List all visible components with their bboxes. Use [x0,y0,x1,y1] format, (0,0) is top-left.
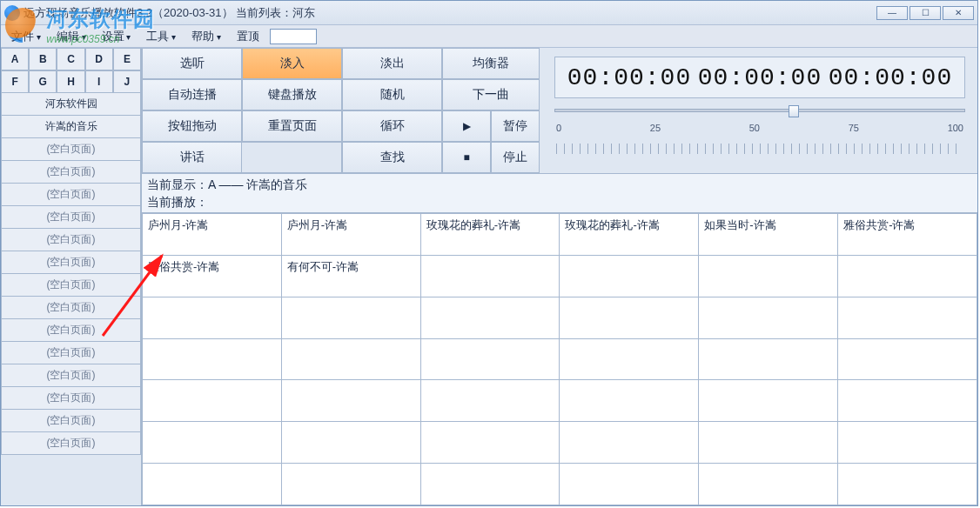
equalizer-button[interactable]: 均衡器 [442,48,540,79]
track-cell[interactable] [699,255,838,297]
track-cell[interactable] [560,338,699,380]
page-item-10[interactable]: (空白页面) [1,319,141,342]
track-cell[interactable] [838,422,977,464]
letter-c[interactable]: C [57,48,84,70]
track-cell[interactable] [143,380,282,422]
menu-help[interactable]: 帮助 [186,27,226,46]
pin-input[interactable] [270,29,317,44]
letter-d[interactable]: D [85,48,113,70]
track-cell[interactable]: 庐州月-许嵩 [143,214,282,256]
track-cell[interactable] [281,464,420,505]
maximize-button[interactable]: ☐ [910,6,941,20]
track-cell[interactable] [420,422,560,464]
track-cell[interactable] [143,297,282,338]
track-cell[interactable] [838,297,977,338]
page-item-6[interactable]: (空白页面) [1,229,141,251]
track-cell[interactable] [699,338,838,380]
page-item-5[interactable]: (空白页面) [1,206,141,229]
track-cell[interactable] [281,297,420,338]
page-item-1[interactable]: 许嵩的音乐 [1,116,141,138]
track-cell[interactable] [838,464,977,505]
page-item-2[interactable]: (空白页面) [1,138,141,161]
minimize-button[interactable]: — [876,6,908,20]
page-item-12[interactable]: (空白页面) [1,364,141,387]
play-icon[interactable]: ▶ [442,110,491,142]
page-item-11[interactable]: (空白页面) [1,342,141,364]
letter-g[interactable]: G [29,70,57,93]
track-cell[interactable]: 如果当时-许嵩 [699,214,838,256]
fadein-button[interactable]: 淡入 [242,48,342,79]
slider-thumb[interactable] [789,105,799,117]
track-cell[interactable] [838,380,977,422]
pause-button[interactable]: 暂停 [491,110,540,142]
autoplay-button[interactable]: 自动连播 [142,79,242,110]
track-cell[interactable]: 庐州月-许嵩 [281,214,420,256]
track-cell[interactable] [699,422,838,464]
track-cell[interactable] [560,255,699,297]
page-item-4[interactable]: (空白页面) [1,184,141,206]
random-button[interactable]: 随机 [342,79,442,110]
track-cell[interactable] [838,255,977,297]
track-cell[interactable] [560,422,699,464]
track-cell[interactable] [281,422,420,464]
page-item-14[interactable]: (空白页面) [1,410,141,432]
track-cell[interactable] [699,380,838,422]
letter-a[interactable]: A [1,48,29,70]
page-item-0[interactable]: 河东软件园 [1,93,141,116]
letter-i[interactable]: I [85,70,113,93]
track-cell[interactable] [143,338,282,380]
track-cell[interactable] [420,464,560,505]
track-cell[interactable]: 玫瑰花的葬礼-许嵩 [560,214,699,256]
track-cell[interactable] [420,297,560,338]
track-cell[interactable] [420,380,560,422]
letter-j[interactable]: J [113,70,141,93]
track-cell[interactable] [560,297,699,338]
stop-icon[interactable]: ■ [442,142,491,173]
track-cell[interactable] [560,464,699,505]
track-cell[interactable] [699,297,838,338]
track-cell[interactable] [420,338,560,380]
reset-page-button[interactable]: 重置页面 [242,110,342,142]
track-cell[interactable] [699,464,838,505]
page-item-13[interactable]: (空白页面) [1,387,141,410]
talk-button[interactable]: 讲话 [142,142,242,173]
letter-e[interactable]: E [113,48,141,70]
track-cell[interactable] [420,255,560,297]
track-cell[interactable] [560,380,699,422]
next-button[interactable]: 下一曲 [442,79,540,110]
playlist: 庐州月-许嵩庐州月-许嵩玫瑰花的葬礼-许嵩玫瑰花的葬礼-许嵩如果当时-许嵩雅俗共… [142,213,977,505]
progress-slider[interactable] [554,109,965,112]
menu-pin[interactable]: 置顶 [232,27,265,46]
track-cell[interactable] [281,380,420,422]
track-cell[interactable]: 玫瑰花的葬礼-许嵩 [420,214,560,256]
fadeout-button[interactable]: 淡出 [342,48,442,79]
track-cell[interactable] [281,338,420,380]
track-cell[interactable] [143,422,282,464]
page-item-7[interactable]: (空白页面) [1,251,141,274]
track-cell[interactable] [838,338,977,380]
close-button[interactable]: ✕ [943,6,974,20]
track-cell[interactable]: 有何不可-许嵩 [281,255,420,297]
menu-file[interactable]: 文件 [6,27,46,46]
app-icon [4,5,20,21]
drag-button[interactable]: 按钮拖动 [142,110,242,142]
page-item-9[interactable]: (空白页面) [1,297,141,319]
track-cell[interactable] [143,464,282,505]
menu-settings[interactable]: 设置 [97,27,137,46]
menu-tools[interactable]: 工具 [141,27,181,46]
stop-button[interactable]: 停止 [491,142,540,173]
scale-100: 100 [948,123,963,133]
track-cell[interactable]: 雅俗共赏-许嵩 [143,255,282,297]
keyboard-play-button[interactable]: 键盘播放 [242,79,342,110]
page-item-3[interactable]: (空白页面) [1,161,141,184]
menu-edit[interactable]: 编辑 [51,27,91,46]
page-item-8[interactable]: (空白页面) [1,274,141,297]
track-cell[interactable]: 雅俗共赏-许嵩 [838,214,977,256]
find-button[interactable]: 查找 [342,142,442,173]
letter-f[interactable]: F [1,70,29,93]
letter-b[interactable]: B [29,48,57,70]
letter-h[interactable]: H [57,70,84,93]
listen-button[interactable]: 选听 [142,48,242,79]
loop-button[interactable]: 循环 [342,110,442,142]
page-item-15[interactable]: (空白页面) [1,432,141,455]
